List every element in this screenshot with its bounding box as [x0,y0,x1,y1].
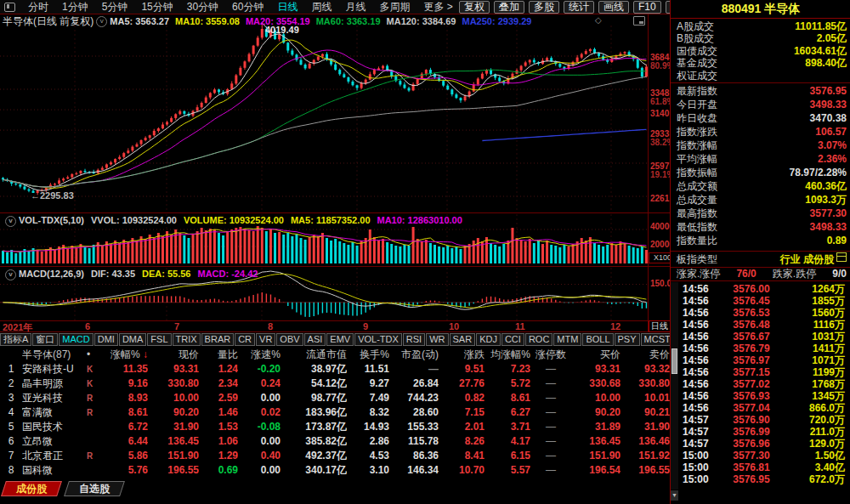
toolbar-button-F10[interactable]: F10 [633,1,661,14]
table-row[interactable]: 2晶丰明源K9.16330.802.340.2454.12亿9.2726.842… [0,377,670,391]
scrollbar-track[interactable] [671,282,678,490]
macd-pane-header: vMACD(12,26,9)DIF: 43.35DEA: 55.56MACD: … [3,269,264,280]
collapse-icon[interactable]: v [5,269,16,280]
price-axis-border [648,14,649,332]
period-tab-15分钟[interactable]: 15分钟 [134,1,179,13]
tab-watchlist[interactable]: 自选股 [64,481,125,496]
quote-row-昨日收盘: 昨日收盘3470.38 [671,111,850,125]
table-row[interactable]: 5国民技术6.7231.901.53-0.08173.87亿14.93155.3… [0,420,670,434]
quote-row-指数涨幅: 指数涨幅3.07% [671,139,850,152]
toolbar-button-复权[interactable]: 复权 [459,1,490,14]
tick-row: 14:563576.791411万 [679,343,847,354]
table-row[interactable]: 6立昂微6.44136.451.060.00385.82亿2.86115.788… [0,434,670,449]
tick-row: 14:573576.96129.0万 [679,438,847,450]
quote-row-指数涨跌: 指数涨跌106.57 [671,125,850,139]
indicator-tab-窗口[interactable]: 窗口 [32,333,58,346]
indicator-tab-OBV[interactable]: OBV [276,333,303,346]
indicator-value-label: VOL-TDX(5,10) [19,215,84,225]
toolbar-button-多股[interactable]: 多股 [529,1,559,14]
column-header-涨跌[interactable]: 涨跌 [439,347,484,362]
column-header-流通市值[interactable]: 流通市值 [280,347,347,362]
column-header-涨速%[interactable]: 涨速% [238,347,280,362]
indicator-tab-bar: 指标A窗口MACDDMIDMAFSLTRIXBRARCRVROBVASIEMVV… [0,332,670,347]
column-header-换手%[interactable]: 换手% [347,347,389,362]
indicator-tab-MACD[interactable]: MACD [59,333,93,346]
indicator-tab-KDJ[interactable]: KDJ [476,333,501,346]
period-tab-周线[interactable]: 周线 [304,1,338,13]
tab-constituents[interactable]: 成份股 [1,481,62,496]
chart-title: 半导体(日线 前复权) [3,15,94,27]
quote-row-最新指数: 最新指数3576.95 [671,84,850,98]
indicator-tab-TRIX[interactable]: TRIX [173,333,201,346]
table-row[interactable]: 7北京君正R5.86151.901.290.40492.37亿4.5386.36… [0,449,670,463]
table-row[interactable]: 4富满微R8.6190.201.460.02183.96亿8.3228.607.… [0,405,670,420]
scroll-down-button[interactable]: ▼ [671,490,678,501]
diamond-marker-icon[interactable]: ◇ [595,15,602,25]
indicator-tab-VR[interactable]: VR [256,333,275,346]
column-header-现价[interactable]: 现价 [148,347,199,362]
toolbar-button-画线[interactable]: 画线 [598,1,629,14]
column-header-量比[interactable]: 量比 [199,347,238,362]
quote-row-A股成交: A股成交11011.85亿 [671,20,850,32]
period-indicator-box[interactable]: 日线 [649,320,671,332]
scrollbar-thumb[interactable] [672,348,677,374]
indicator-tab-FSL[interactable]: FSL [147,333,171,346]
indicator-tab-MTM[interactable]: MTM [553,333,581,346]
period-tab-30分钟[interactable]: 30分钟 [180,1,225,13]
ma-label: MA120: 3384.69 [387,16,456,26]
indicator-tab-PSY[interactable]: PSY [615,333,640,346]
table-row[interactable]: 8国科微5.76196.550.690.00340.17亿3.10146.341… [0,463,670,478]
mini-window-icon[interactable] [633,16,645,25]
board-type-row[interactable]: 板指类型行业 成份股 [671,252,850,266]
stock-name: 晶丰明源 [22,377,87,391]
window-layout-icon[interactable] [4,3,15,12]
column-header-市盈(动)[interactable]: 市盈(动) [389,347,439,362]
ma-label: MA250: 2939.29 [462,16,531,26]
indicator-tab-MCST[interactable]: MCST [641,333,670,346]
tick-row: 14:573576.99211.0万 [679,426,847,438]
column-header-卖价[interactable]: 卖价 [620,347,670,362]
table-row[interactable]: 1安路科技-UK11.3593.311.24-0.2038.97亿11.51—9… [0,362,670,377]
indicator-tab-EMV[interactable]: EMV [326,333,354,346]
column-header-均涨幅%[interactable]: 均涨幅% [484,347,530,362]
stock-name: 亚光科技 [22,391,87,405]
period-tab-多周期[interactable]: 多周期 [372,1,416,13]
indicator-tab-CR[interactable]: CR [235,333,255,346]
quote-row-最低指数: 最低指数3498.33 [671,220,850,234]
period-tab-1分钟[interactable]: 1分钟 [55,1,95,13]
column-header-买价[interactable]: 买价 [571,347,620,362]
indicator-tab-ASI[interactable]: ASI [304,333,326,346]
indicator-tab-指标A[interactable]: 指标A [0,333,31,346]
indicator-tab-BRAR[interactable]: BRAR [201,333,235,346]
period-tab-更多 >[interactable]: 更多 > [416,1,459,13]
column-header-涨停数[interactable]: 涨停数 [530,347,571,362]
period-tab-日线[interactable]: 日线 [270,1,304,13]
indicator-tab-DMI[interactable]: DMI [94,333,118,346]
column-header-涨幅%[interactable]: 涨幅% ↓ [104,347,148,362]
indicator-tab-WR[interactable]: WR [426,333,448,346]
collapse-icon[interactable]: v [5,216,16,227]
panel-divider [671,82,850,83]
tick-row: 15:003577.301.50亿 [679,450,847,462]
indicator-tab-VOL-TDX[interactable]: VOL-TDX [354,333,402,346]
table-row[interactable]: 3亚光科技R8.9310.002.590.0098.77亿7.49744.230… [0,391,670,405]
indicator-tab-ROC[interactable]: ROC [525,333,552,346]
toolbar-button-叠加[interactable]: 叠加 [494,1,524,14]
indicator-tab-BOLL[interactable]: BOLL [582,333,613,346]
period-tab-5分钟[interactable]: 5分钟 [95,1,135,13]
indicator-tab-DMA[interactable]: DMA [119,333,146,346]
indicator-tab-RSI[interactable]: RSI [403,333,425,346]
collapse-icon[interactable]: v [96,16,107,27]
period-tab-分时[interactable]: 分时 [21,1,55,13]
toolbar-button-统计[interactable]: 统计 [564,1,594,14]
ma-label: MA20: 3554.19 [246,16,310,26]
ma-label: MA10: 3559.08 [175,16,240,26]
indicator-tab-CCI[interactable]: CCI [502,333,524,346]
indicator-value-label: MACD(12,26,9) [19,269,84,279]
period-tab-60分钟[interactable]: 60分钟 [225,1,270,13]
quote-panel: 880491 半导体 A股成交11011.85亿B股成交2.05亿国债成交160… [670,0,850,504]
indicator-tab-SAR[interactable]: SAR [450,333,476,346]
candlestick-chart[interactable] [0,14,648,212]
grid-icon [836,252,847,262]
period-tab-月线[interactable]: 月线 [338,1,372,13]
